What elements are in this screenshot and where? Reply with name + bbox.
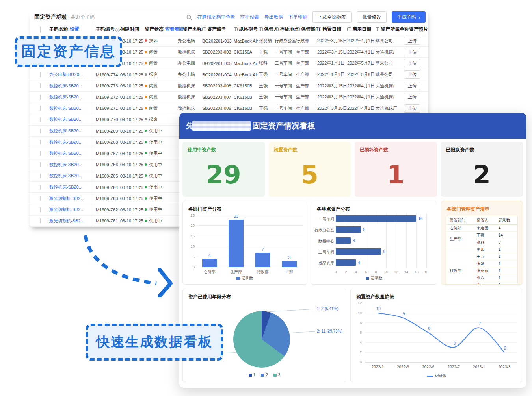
link-order-print[interactable]: 下单印刷: [288, 14, 307, 20]
row-checkbox[interactable]: [40, 162, 41, 167]
row-checkbox-cell: [30, 207, 49, 212]
subcode-name-link[interactable]: 办公电脑-BG20...: [49, 72, 83, 78]
bar-value-label: 23: [228, 214, 244, 218]
svg-text:3: 3: [453, 341, 456, 346]
subcode-name-link[interactable]: 激光切割机-SB2...: [49, 218, 84, 224]
row-checkbox[interactable]: [40, 72, 41, 77]
help-icon: ?: [115, 28, 120, 32]
download-labels-button[interactable]: 下载全部标签: [312, 11, 352, 23]
generate-subcode-button[interactable]: 生成子码∨: [392, 11, 426, 23]
purchase-date-cell: 2022年3月15日: [317, 105, 347, 111]
annotation-quick-dashboard: 快速生成数据看板: [86, 324, 223, 361]
subcode-name-cell: 数控机床-SB20...: [49, 92, 93, 103]
charts-bottom-row: 资产已使用年限分布 1: 2 (5.41%) 2: 11 (29.73%) 12…: [179, 285, 526, 382]
x-tick-label: 生产部: [223, 269, 249, 275]
subcode-name-link[interactable]: 数控机床-SB20...: [49, 139, 82, 145]
row-checkbox[interactable]: [40, 106, 41, 111]
keeper-cell: 王强: [259, 105, 275, 111]
subcode-name-link[interactable]: 数控机床-SB20...: [49, 83, 82, 89]
row-checkbox[interactable]: [40, 174, 41, 178]
row-checkbox[interactable]: [40, 207, 41, 212]
purchase-date-cell: 2022年3月15日: [317, 83, 347, 89]
batch-edit-button[interactable]: 批量修改: [357, 11, 387, 23]
subcode-name-link[interactable]: 数控机床-SB20...: [49, 173, 82, 179]
subcode-name-link[interactable]: 数控机床-SB20...: [49, 162, 82, 168]
select-all-checkbox[interactable]: [40, 26, 41, 33]
subcode-id-cell: M1609-Z65: [93, 174, 120, 178]
upload-button[interactable]: 上传: [404, 70, 420, 79]
created-time-cell: 03-10 17:25: [120, 50, 145, 54]
status-cell: 闲置: [145, 105, 178, 111]
row-checkbox[interactable]: [40, 151, 41, 156]
subcode-name-link[interactable]: 数控机床-SB20...: [49, 128, 82, 134]
dept-cell: 生产部: [296, 94, 317, 100]
asset-code-cell: SB202203-007: [202, 95, 234, 100]
dept-name-cell: 仓储部: [446, 225, 474, 232]
row-checkbox[interactable]: [40, 196, 41, 201]
list-column-header: 保管人: [473, 216, 495, 225]
start-date-cell: 2022年4月1日: [347, 105, 376, 111]
status-cell: 闲置: [145, 49, 178, 55]
col-location: 存放地点: [275, 26, 296, 33]
vbar-plot: 05101520254仓储部23生产部7行政部3IT部: [196, 215, 303, 267]
subcode-name-link[interactable]: 数控机床-SB20...: [49, 184, 82, 190]
keeper-name-cell: 王五: [473, 253, 495, 260]
subcode-id-cell: M1609-Z74: [93, 72, 120, 77]
link-export-data[interactable]: 导出数据: [264, 14, 283, 20]
subcode-name-link[interactable]: 数控机床-SB20...: [49, 150, 82, 156]
chart-title: 各部门管理资产清单: [441, 201, 523, 213]
upload-button[interactable]: 上传: [404, 48, 420, 56]
asset-name-cell: 数控机床: [178, 49, 202, 55]
status-dot: [145, 141, 147, 143]
created-time-cell: 03-10 17:25: [120, 39, 145, 43]
link-go-settings[interactable]: 前往设置: [240, 14, 259, 20]
settings-link[interactable]: 设置: [70, 26, 79, 33]
row-checkbox[interactable]: [40, 218, 41, 223]
location-cell: 一号车间: [275, 94, 296, 100]
subcode-name-link[interactable]: 激光切割机-SB2...: [49, 207, 84, 213]
row-checkbox[interactable]: [40, 95, 41, 100]
row-checkbox[interactable]: [40, 117, 41, 122]
status-dot: [145, 51, 147, 53]
x-tick-label: 0: [332, 270, 340, 274]
svg-text:10: 10: [376, 307, 381, 311]
row-checkbox-cell: [30, 185, 49, 190]
upload-button[interactable]: 上传: [404, 93, 420, 101]
search-icon[interactable]: [186, 15, 192, 20]
upload-button[interactable]: 上传: [404, 82, 420, 90]
keeper-name-cell: 张科: [473, 239, 495, 246]
svg-text:2: 2: [504, 346, 506, 350]
x-tick-label: 10: [382, 270, 390, 274]
col-subcode-id: 子码编号?: [93, 26, 120, 33]
subcode-name-link[interactable]: 数控机床-SB20...: [49, 94, 82, 100]
gridline: [196, 215, 303, 215]
bar-value-label: 3: [281, 255, 297, 260]
svg-text:2022-1: 2022-1: [372, 365, 384, 369]
upload-button[interactable]: 上传: [404, 59, 420, 67]
start-date-cell: 2022年4月1日: [347, 83, 376, 89]
subcode-count: 共37个子码: [71, 14, 95, 20]
keeper-cell: 王强: [259, 83, 275, 89]
row-checkbox[interactable]: [40, 129, 41, 133]
subcode-name-link[interactable]: 数控机床-SB20...: [49, 117, 82, 122]
record-count-cell: 1: [495, 246, 518, 253]
upload-button[interactable]: 上传: [404, 104, 420, 113]
upload-button[interactable]: 上传: [404, 37, 420, 45]
svg-text:2: 2: [360, 350, 362, 354]
bar-value-label: 7: [255, 247, 271, 252]
created-time-cell: 03-10 17:25: [120, 61, 145, 66]
row-checkbox[interactable]: [40, 185, 41, 190]
row-checkbox[interactable]: [40, 140, 41, 144]
subcode-name-link[interactable]: 激光切割机-SB2...: [49, 196, 84, 202]
link-view-in-docs[interactable]: 在腾讯文档中查看: [197, 14, 235, 20]
subcode-name-link[interactable]: 数控机床-SB20...: [49, 105, 82, 111]
legend-swatch: [236, 277, 240, 280]
location-cell: 二号车间: [275, 60, 296, 66]
col-keep-dept: 保管部门: [296, 26, 317, 33]
gridline: [416, 213, 417, 268]
stat-value: 29: [182, 153, 265, 197]
subcode-id-cell: M1609-Z64: [93, 185, 120, 190]
row-checkbox[interactable]: [40, 83, 41, 88]
status-cell: 使用中: [145, 150, 178, 156]
photo-cell: 上传: [404, 93, 428, 101]
